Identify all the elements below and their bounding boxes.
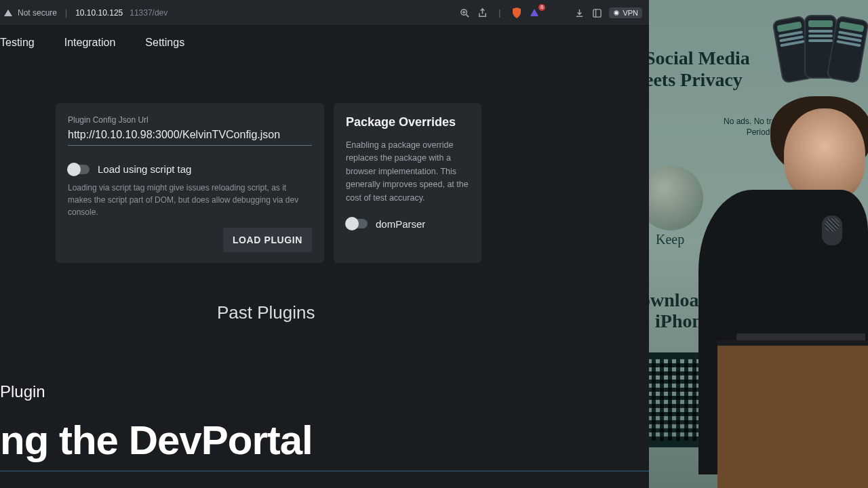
vpn-label: VPN: [623, 9, 638, 17]
not-secure-label: Not secure: [18, 8, 57, 18]
rewards-badge: 8: [538, 4, 545, 11]
past-plugins-heading: Past Plugins: [217, 302, 649, 323]
sidebar-icon[interactable]: [591, 7, 602, 18]
top-tabs: Testing Integration Settings: [0, 26, 649, 61]
slide-divider: [0, 470, 649, 472]
vpn-status-icon: [613, 9, 620, 16]
domparser-toggle-label: domParser: [376, 218, 425, 230]
page-content: Testing Integration Settings Plugin Conf…: [0, 26, 649, 488]
svg-line-1: [466, 14, 469, 17]
load-plugin-button[interactable]: LOAD PLUGIN: [223, 228, 312, 252]
toggle-knob: [345, 217, 359, 230]
tab-testing[interactable]: Testing: [0, 37, 35, 49]
conference-banner: Social Media eets Privacy No ads. No tra…: [649, 0, 868, 488]
chrome-separator: |: [498, 8, 500, 18]
share-icon[interactable]: [477, 7, 488, 18]
plugin-url-input[interactable]: [68, 127, 312, 146]
tab-integration[interactable]: Integration: [64, 37, 116, 49]
vpn-button[interactable]: VPN: [609, 7, 642, 18]
package-overrides-title: Package Overrides: [346, 115, 469, 129]
slide-headline: ng the DevPortal: [0, 420, 313, 461]
chrome-separator: |: [65, 8, 67, 18]
downloads-icon[interactable]: [574, 7, 585, 18]
browser-address-bar: Not secure | 10.10.10.125 11337/dev | 8 …: [0, 0, 649, 26]
domparser-toggle[interactable]: [346, 219, 368, 228]
url-host[interactable]: 10.10.10.125: [75, 8, 123, 18]
slide-eyebrow: Plugin: [0, 382, 45, 401]
url-path[interactable]: 11337/dev: [130, 8, 167, 18]
package-overrides-desc: Enabling a package override replaces the…: [346, 139, 469, 205]
brave-shield-icon[interactable]: [511, 7, 522, 18]
script-tag-help-text: Loading via script tag might give issues…: [68, 182, 312, 218]
tab-settings[interactable]: Settings: [145, 37, 184, 49]
script-tag-toggle-label: Load using script tag: [98, 163, 191, 175]
not-secure-icon: [4, 9, 12, 16]
script-tag-toggle[interactable]: [68, 165, 90, 174]
svg-rect-4: [593, 9, 601, 16]
load-plugin-card: Plugin Config Json Url Load using script…: [56, 103, 324, 263]
plugin-url-label: Plugin Config Json Url: [68, 115, 312, 125]
package-overrides-card: Package Overrides Enabling a package ove…: [334, 103, 481, 263]
rewards-icon[interactable]: 8: [529, 7, 540, 18]
toggle-knob: [67, 163, 81, 176]
zoom-icon[interactable]: [459, 7, 470, 18]
